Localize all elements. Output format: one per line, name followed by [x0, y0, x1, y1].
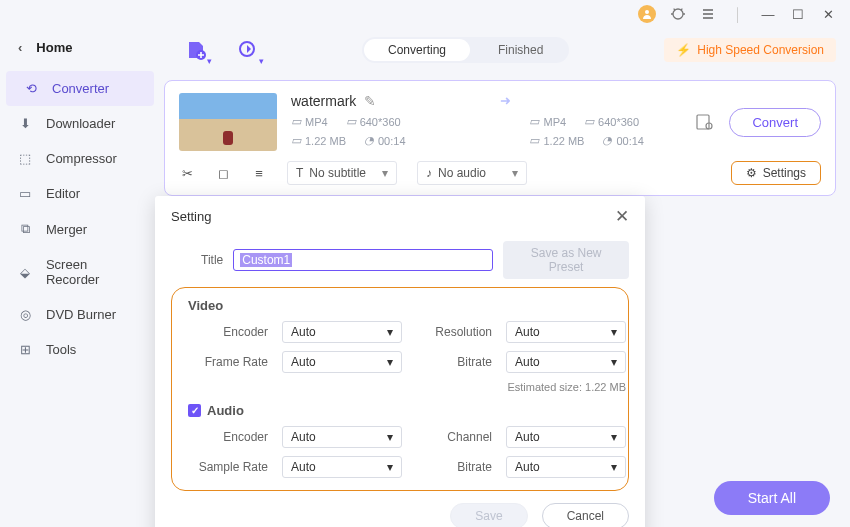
close-icon[interactable]: ✕ — [615, 206, 629, 227]
audio-bitrate-label: Bitrate — [416, 460, 492, 474]
source-meta2: ▭1.22 MB ◔00:14 — [291, 134, 406, 147]
estimated-size: Estimated size: 1.22 MB — [416, 381, 626, 393]
sidebar-item-converter[interactable]: ⟲Converter — [6, 71, 154, 106]
settings-modal: Setting ✕ Title Custom1 Save as New Pres… — [155, 196, 645, 527]
video-bitrate-label: Bitrate — [416, 355, 492, 369]
start-all-button[interactable]: Start All — [714, 481, 830, 515]
tab-finished[interactable]: Finished — [472, 37, 569, 63]
add-file-button[interactable]: ▾ — [182, 36, 210, 64]
save-preset-button[interactable]: Save as New Preset — [503, 241, 629, 279]
edit-icon: ▭ — [16, 186, 34, 201]
modal-save-button[interactable]: Save — [450, 503, 527, 527]
modal-cancel-button[interactable]: Cancel — [542, 503, 629, 527]
sidebar-item-compressor[interactable]: ⬚Compressor — [0, 141, 160, 176]
sidebar-item-tools[interactable]: ⊞Tools — [0, 332, 160, 367]
add-folder-button[interactable]: ▾ — [234, 36, 262, 64]
audio-select[interactable]: ♪No audio▾ — [417, 161, 527, 185]
title-label: Title — [201, 253, 223, 267]
compress-icon: ⬚ — [16, 151, 34, 166]
window-maximize[interactable]: ☐ — [790, 6, 806, 22]
source-meta: ▭MP4 ▭640*360 — [291, 115, 401, 128]
audio-samplerate-label: Sample Rate — [188, 460, 268, 474]
crop-icon[interactable]: ◻ — [215, 166, 231, 181]
svg-point-1 — [673, 9, 683, 19]
status-tabs: Converting Finished — [362, 37, 569, 63]
video-framerate-select[interactable]: Auto▾ — [282, 351, 402, 373]
sidebar-item-downloader[interactable]: ⬇Downloader — [0, 106, 160, 141]
audio-channel-label: Channel — [416, 430, 492, 444]
divider: │ — [730, 6, 746, 22]
folder-icon: ▭ — [291, 134, 301, 147]
audio-bitrate-select[interactable]: Auto▾ — [506, 456, 626, 478]
tab-converting[interactable]: Converting — [364, 39, 470, 61]
converter-icon: ⟲ — [22, 81, 40, 96]
window-close[interactable]: ✕ — [820, 6, 836, 22]
video-framerate-label: Frame Rate — [188, 355, 268, 369]
video-encoder-select[interactable]: Auto▾ — [282, 321, 402, 343]
video-encoder-label: Encoder — [188, 325, 268, 339]
sidebar-item-merger[interactable]: ⧉Merger — [0, 211, 160, 247]
support-icon[interactable] — [670, 6, 686, 22]
video-thumbnail[interactable] — [179, 93, 277, 151]
resolution-icon: ▭ — [346, 115, 356, 128]
dvd-icon: ◎ — [16, 307, 34, 322]
home-back[interactable]: ‹ Home — [0, 32, 160, 63]
chevron-left-icon: ‹ — [18, 40, 22, 55]
file-settings-icon[interactable] — [693, 111, 715, 133]
high-speed-badge[interactable]: ⚡ High Speed Conversion — [664, 38, 836, 62]
video-bitrate-select[interactable]: Auto▾ — [506, 351, 626, 373]
film-icon: ▭ — [291, 115, 301, 128]
audio-heading: ✓Audio — [188, 403, 612, 418]
file-card: watermark ✎ ▭MP4 ▭640*360 ▭1.22 MB ◔00:1… — [164, 80, 836, 196]
dest-meta: ▭MP4 ▭640*360 — [529, 115, 639, 128]
settings-button[interactable]: ⚙ Settings — [731, 161, 821, 185]
merge-icon: ⧉ — [16, 221, 34, 237]
sidebar-item-dvd-burner[interactable]: ◎DVD Burner — [0, 297, 160, 332]
cut-icon[interactable]: ✂ — [179, 166, 195, 181]
clock-icon: ◔ — [364, 134, 374, 147]
gear-icon: ⚙ — [746, 166, 757, 180]
sidebar: ‹ Home ⟲Converter ⬇Downloader ⬚Compresso… — [0, 28, 160, 527]
window-titlebar: │ — ☐ ✕ — [0, 0, 850, 28]
tools-icon: ⊞ — [16, 342, 34, 357]
svg-rect-4 — [697, 115, 709, 129]
audio-checkbox[interactable]: ✓ — [188, 404, 201, 417]
svg-point-0 — [645, 10, 649, 14]
audio-channel-select[interactable]: Auto▾ — [506, 426, 626, 448]
video-resolution-select[interactable]: Auto▾ — [506, 321, 626, 343]
user-avatar[interactable] — [638, 5, 656, 23]
video-audio-group: Video Encoder Auto▾ Resolution Auto▾ Fra… — [171, 287, 629, 491]
download-icon: ⬇ — [16, 116, 34, 131]
convert-button[interactable]: Convert — [729, 108, 821, 137]
title-input[interactable]: Custom1 — [233, 249, 493, 271]
home-label: Home — [36, 40, 72, 55]
subtitle-select[interactable]: TNo subtitle▾ — [287, 161, 397, 185]
sidebar-item-screen-recorder[interactable]: ⬙Screen Recorder — [0, 247, 160, 297]
audio-encoder-label: Encoder — [188, 430, 268, 444]
menu-icon[interactable] — [700, 6, 716, 22]
video-resolution-label: Resolution — [416, 325, 492, 339]
modal-title: Setting — [171, 209, 211, 224]
bolt-icon: ⚡ — [676, 43, 691, 57]
rename-icon[interactable]: ✎ — [364, 93, 376, 109]
dest-meta2: ▭1.22 MB ◔00:14 — [529, 134, 644, 147]
file-name: watermark — [291, 93, 356, 109]
audio-samplerate-select[interactable]: Auto▾ — [282, 456, 402, 478]
arrow-icon: ➜ — [496, 93, 515, 108]
list-icon[interactable]: ≡ — [251, 166, 267, 181]
window-minimize[interactable]: — — [760, 6, 776, 22]
video-heading: Video — [188, 298, 612, 313]
audio-encoder-select[interactable]: Auto▾ — [282, 426, 402, 448]
record-icon: ⬙ — [16, 265, 34, 280]
sidebar-item-editor[interactable]: ▭Editor — [0, 176, 160, 211]
